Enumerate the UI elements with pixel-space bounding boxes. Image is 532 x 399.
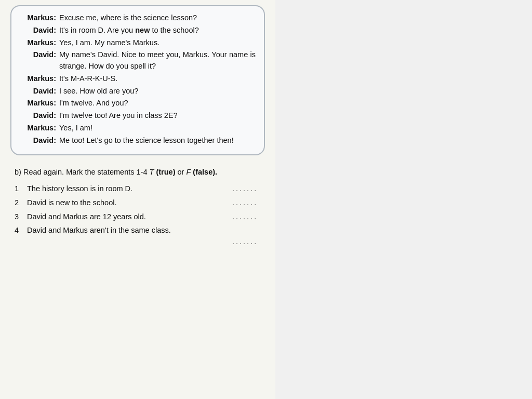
speaker-david-4: David: — [20, 110, 56, 122]
statement-item-2: 2 David is new to the school. ....... — [15, 197, 261, 209]
statement-dots-3: ....... — [232, 211, 261, 223]
main-page: Markus: Excuse me, where is the science … — [0, 0, 275, 399]
dialogue-text-3: Yes, I am. My name's Markus. — [59, 37, 256, 49]
statement-dots-1: ....... — [232, 183, 261, 195]
dialogue-line-3: Markus: Yes, I am. My name's Markus. — [20, 37, 256, 49]
dialogue-text-6: I see. How old are you? — [59, 86, 256, 97]
dialogue-text-4: My name's David. Nice to meet you, Marku… — [59, 49, 256, 72]
speaker-markus-3: Markus: — [20, 73, 56, 85]
dialogue-text-10: Me too! Let's go to the science lesson t… — [59, 135, 256, 147]
statement-text-3: David and Markus are 12 years old. — [27, 211, 226, 223]
statement-item-3: 3 David and Markus are 12 years old. ...… — [15, 211, 261, 223]
dialogue-text-2: It's in room D. Are you new to the schoo… — [59, 25, 256, 36]
statement-number-4: 4 — [15, 225, 24, 236]
speaker-david-1: David: — [20, 25, 56, 36]
speaker-david-5: David: — [20, 135, 56, 147]
statement-number-3: 3 — [15, 211, 24, 223]
statement-item-1: 1 The history lesson is in room D. .....… — [15, 183, 261, 195]
dialogue-line-5: Markus: It's M-A-R-K-U-S. — [20, 73, 256, 85]
statement-dots-4: ....... — [232, 236, 261, 248]
statement-dots-2: ....... — [232, 197, 261, 209]
dialogue-line-10: David: Me too! Let's go to the science l… — [20, 135, 256, 147]
dialogue-text-1: Excuse me, where is the science lesson? — [59, 12, 256, 24]
statements-list: 1 The history lesson is in room D. .....… — [15, 183, 261, 248]
speaker-markus-1: Markus: — [20, 12, 56, 24]
speaker-markus-4: Markus: — [20, 98, 56, 109]
bold-true: (true) — [156, 168, 175, 176]
dialogue-line-7: Markus: I'm twelve. And you? — [20, 98, 256, 109]
statement-item-4: 4 David and Markus aren't in the same cl… — [15, 225, 261, 248]
dialogue-line-9: Markus: Yes, I am! — [20, 123, 256, 134]
section-b-title: b) Read again. Mark the statements 1-4 T… — [15, 167, 261, 178]
statement-number-2: 2 — [15, 197, 24, 209]
speaker-markus-2: Markus: — [20, 37, 56, 49]
italic-F: F — [186, 168, 191, 176]
speaker-david-3: David: — [20, 86, 56, 97]
speaker-david-2: David: — [20, 49, 56, 72]
dialogue-line-1: Markus: Excuse me, where is the science … — [20, 12, 256, 24]
dialogue-text-7: I'm twelve. And you? — [59, 98, 256, 109]
dialogue-line-2: David: It's in room D. Are you new to th… — [20, 25, 256, 36]
right-half — [275, 0, 532, 399]
statement-number-1: 1 — [15, 183, 24, 195]
dialogue-text-5: It's M-A-R-K-U-S. — [59, 73, 256, 85]
dialogue-text-8: I'm twelve too! Are you in class 2E? — [59, 110, 256, 122]
dialogue-line-8: David: I'm twelve too! Are you in class … — [20, 110, 256, 122]
speaker-markus-5: Markus: — [20, 123, 56, 134]
section-b-label: b) — [15, 168, 23, 176]
bold-new: new — [135, 26, 150, 34]
statement-text-1: The history lesson is in room D. — [27, 183, 226, 195]
statement-text-2: David is new to the school. — [27, 197, 226, 209]
statement-text-4: David and Markus aren't in the same clas… — [27, 225, 261, 236]
dialogue-text-9: Yes, I am! — [59, 123, 256, 134]
dialogue-line-6: David: I see. How old are you? — [20, 86, 256, 97]
dialogue-box: Markus: Excuse me, where is the science … — [10, 5, 265, 155]
dialogue-line-4: David: My name's David. Nice to meet you… — [20, 49, 256, 72]
section-b: b) Read again. Mark the statements 1-4 T… — [10, 165, 265, 255]
bold-false: (false). — [193, 168, 217, 176]
italic-T: T — [150, 168, 154, 176]
